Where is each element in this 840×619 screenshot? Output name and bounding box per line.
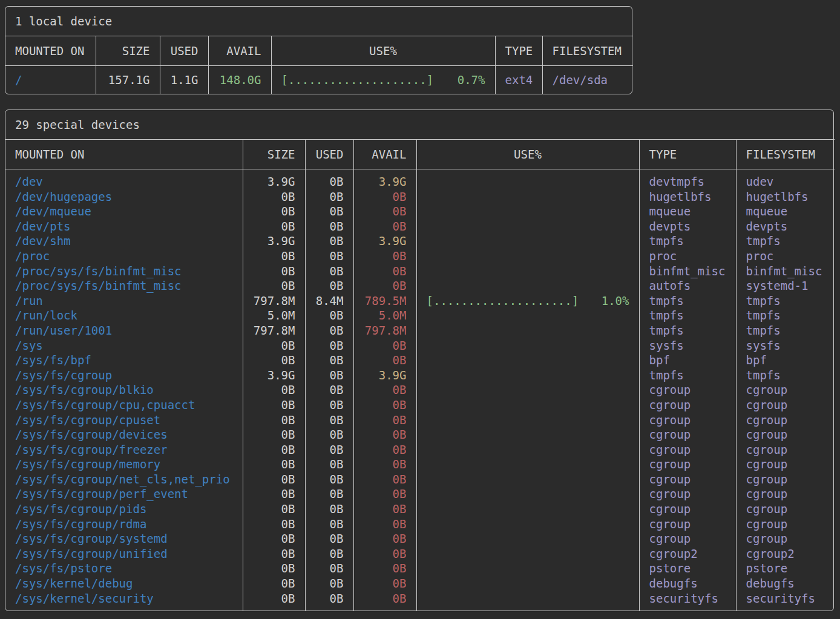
local-devices-table: 1 local device MOUNTED ON SIZE USED AVAI…: [5, 7, 633, 94]
avail-cell: 0B: [353, 472, 416, 487]
use-percent-cell: [416, 308, 639, 323]
filesystem-cell: tmpfs: [736, 323, 835, 338]
use-percent-cell: [416, 591, 639, 611]
size-cell: 797.8M: [243, 293, 305, 309]
size-cell: 3.9G: [243, 169, 305, 189]
col-header-size: SIZE: [96, 36, 160, 66]
mount-point-cell: /sys/fs/cgroup/memory: [5, 457, 243, 472]
use-percent-cell: [416, 264, 639, 279]
avail-cell: 0B: [353, 486, 416, 502]
used-cell: 0B: [305, 249, 353, 264]
size-cell: 3.9G: [243, 234, 305, 249]
filesystem-cell: hugetlbfs: [736, 189, 835, 205]
use-percent-cell: [416, 189, 639, 205]
device-row: /dev/hugepages 0B 0B 0B hugetlbfs hugetl…: [5, 189, 835, 205]
filesystem-cell: proc: [736, 249, 835, 264]
use-percent-cell: [416, 457, 639, 472]
special-table-title-row: 29 special devices: [5, 110, 835, 140]
type-cell: cgroup: [639, 398, 736, 413]
device-row: /dev/pts 0B 0B 0B devpts devpts: [5, 219, 835, 234]
type-cell: pstore: [639, 561, 736, 576]
filesystem-cell: devpts: [736, 219, 835, 234]
type-cell: devtmpfs: [639, 169, 736, 189]
local-table-body: / 157.1G 1.1G 148.0G [..................…: [5, 66, 633, 94]
mount-point-cell: /run: [5, 293, 243, 309]
use-percent-cell: [....................] 0.7%: [271, 66, 495, 94]
use-percent-cell: [416, 546, 639, 562]
use-percent-cell: [416, 204, 639, 219]
avail-cell: 0B: [353, 442, 416, 457]
type-cell: cgroup: [639, 382, 736, 398]
size-cell: 0B: [243, 517, 305, 532]
col-header-filesystem: FILESYSTEM: [736, 140, 835, 169]
used-cell: 0B: [305, 427, 353, 442]
avail-cell: 0B: [353, 189, 416, 205]
col-header-filesystem: FILESYSTEM: [542, 36, 633, 66]
filesystem-cell: cgroup: [736, 427, 835, 442]
type-cell: tmpfs: [639, 293, 736, 309]
type-cell: mqueue: [639, 204, 736, 219]
filesystem-cell: tmpfs: [736, 293, 835, 309]
filesystem-cell: cgroup: [736, 413, 835, 428]
mount-point-cell: /sys/fs/cgroup/rdma: [5, 517, 243, 532]
mount-point-cell: /sys: [5, 338, 243, 353]
avail-cell: 0B: [353, 591, 416, 611]
col-header-type: TYPE: [495, 36, 542, 66]
device-row: /proc/sys/fs/binfmt_misc 0B 0B 0B binfmt…: [5, 264, 835, 279]
mount-point-cell: /dev/hugepages: [5, 189, 243, 205]
avail-cell: 0B: [353, 561, 416, 576]
type-cell: debugfs: [639, 576, 736, 591]
type-cell: tmpfs: [639, 323, 736, 338]
mount-point-cell: /sys/fs/cgroup/pids: [5, 502, 243, 517]
device-row: /sys/fs/cgroup/freezer 0B 0B 0B cgroup c…: [5, 442, 835, 457]
col-header-type: TYPE: [639, 140, 736, 169]
device-row: /dev 3.9G 0B 3.9G devtmpfs udev: [5, 169, 835, 189]
type-cell: cgroup: [639, 472, 736, 487]
size-cell: 0B: [243, 486, 305, 502]
mount-point-cell: /: [5, 66, 96, 94]
mount-point-cell: /dev/pts: [5, 219, 243, 234]
device-row: /run/lock 5.0M 0B 5.0M tmpfs tmpfs: [5, 308, 835, 323]
avail-cell: 789.5M: [353, 293, 416, 309]
device-row: /sys/fs/cgroup/unified 0B 0B 0B cgroup2 …: [5, 546, 835, 562]
avail-cell: 0B: [353, 413, 416, 428]
used-cell: 0B: [305, 278, 353, 293]
device-row: /sys/kernel/debug 0B 0B 0B debugfs debug…: [5, 576, 835, 591]
type-cell: tmpfs: [639, 234, 736, 249]
size-cell: 3.9G: [243, 368, 305, 383]
local-table-header-row: MOUNTED ON SIZE USED AVAIL USE% TYPE FIL…: [5, 36, 633, 66]
size-cell: 0B: [243, 546, 305, 562]
mount-point-cell: /sys/fs/cgroup: [5, 368, 243, 383]
mount-point-cell: /sys/kernel/debug: [5, 576, 243, 591]
use-percent-cell: [416, 413, 639, 428]
used-cell: 8.4M: [305, 293, 353, 309]
size-cell: 0B: [243, 249, 305, 264]
usage-indicator: [....................] 1.0%: [427, 293, 629, 309]
avail-cell: 0B: [353, 576, 416, 591]
avail-cell: 0B: [353, 531, 416, 546]
device-row: /run 797.8M 8.4M 789.5M [...............…: [5, 293, 835, 309]
use-percent-cell: [416, 502, 639, 517]
used-cell: 0B: [305, 442, 353, 457]
size-cell: 0B: [243, 278, 305, 293]
size-cell: 0B: [243, 442, 305, 457]
avail-cell: 0B: [353, 427, 416, 442]
size-cell: 0B: [243, 189, 305, 205]
type-cell: tmpfs: [639, 368, 736, 383]
filesystem-cell: cgroup: [736, 457, 835, 472]
type-cell: hugetlbfs: [639, 189, 736, 205]
used-cell: 0B: [305, 338, 353, 353]
mount-point-cell: /sys/kernel/security: [5, 591, 243, 611]
use-percent-cell: [416, 219, 639, 234]
filesystem-cell: tmpfs: [736, 234, 835, 249]
local-table-title: 1 local device: [5, 7, 633, 36]
size-cell: 0B: [243, 338, 305, 353]
mount-point-cell: /run/user/1001: [5, 323, 243, 338]
type-cell: cgroup: [639, 457, 736, 472]
device-row: /sys/fs/cgroup/memory 0B 0B 0B cgroup cg…: [5, 457, 835, 472]
device-row: /sys 0B 0B 0B sysfs sysfs: [5, 338, 835, 353]
col-header-use-percent: USE%: [416, 140, 639, 169]
avail-cell: 0B: [353, 502, 416, 517]
used-cell: 0B: [305, 204, 353, 219]
filesystem-cell: cgroup: [736, 517, 835, 532]
